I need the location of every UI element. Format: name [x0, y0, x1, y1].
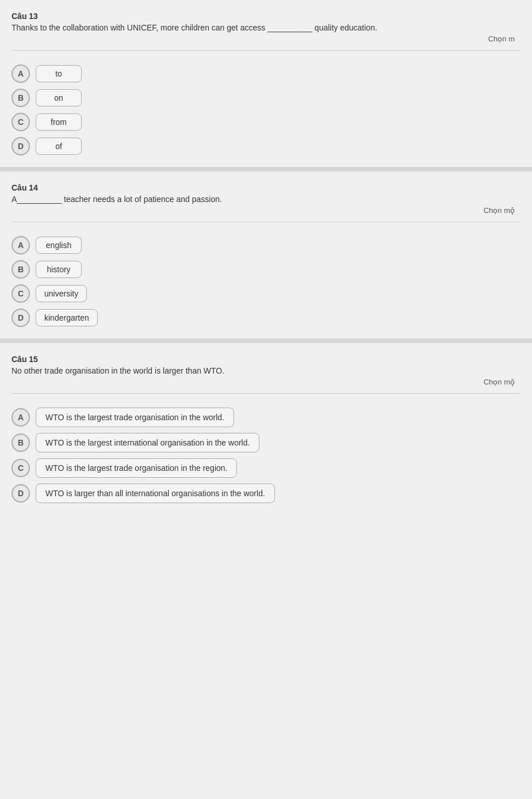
option-14-b-row: B history: [12, 260, 520, 279]
option-14-c-box[interactable]: university: [36, 285, 87, 302]
option-15-a-circle[interactable]: A: [12, 408, 30, 427]
option-14-c-row: C university: [12, 284, 520, 303]
question-13-chon: Chọn m: [12, 35, 520, 43]
option-14-b-circle[interactable]: B: [12, 260, 30, 279]
option-13-d-row: D of: [12, 137, 520, 155]
option-15-b-circle[interactable]: B: [12, 433, 30, 452]
question-15-block: Câu 15 No other trade organisation in th…: [0, 343, 532, 400]
option-15-c-row: C WTO is the largest trade organisation …: [12, 458, 520, 478]
option-13-a-box[interactable]: to: [36, 65, 82, 82]
question-14-block: Câu 14 A__________ teacher needs a lot o…: [0, 172, 532, 228]
separator-1: [0, 167, 532, 172]
question-15-text: No other trade organisation in the world…: [12, 366, 520, 375]
option-15-d-row: D WTO is larger than all international o…: [12, 484, 520, 503]
option-15-c-box[interactable]: WTO is the largest trade organisation in…: [36, 458, 237, 478]
option-13-c-circle[interactable]: C: [12, 113, 30, 131]
separator-2: [0, 338, 532, 343]
question-14-text: A__________ teacher needs a lot of patie…: [12, 195, 520, 204]
question-14-options: A english B history C university D kinde…: [0, 228, 532, 338]
option-15-b-box[interactable]: WTO is the largest international organis…: [36, 433, 259, 452]
question-13-number: Câu 13: [12, 12, 520, 21]
option-13-c-box[interactable]: from: [36, 113, 82, 131]
option-13-d-circle[interactable]: D: [12, 137, 30, 155]
option-15-d-circle[interactable]: D: [12, 484, 30, 503]
page: Câu 13 Thanks to the collaboration with …: [0, 0, 532, 515]
option-14-b-box[interactable]: history: [36, 261, 82, 278]
question-13-options: A to B on C from D of: [0, 56, 532, 167]
option-13-b-circle[interactable]: B: [12, 89, 30, 107]
option-14-d-circle[interactable]: D: [12, 309, 30, 327]
option-13-a-row: A to: [12, 64, 520, 83]
option-15-a-row: A WTO is the largest trade organisation …: [12, 408, 520, 427]
option-14-c-circle[interactable]: C: [12, 284, 30, 303]
option-13-d-box[interactable]: of: [36, 138, 82, 155]
option-15-d-box[interactable]: WTO is larger than all international org…: [36, 484, 275, 503]
question-14-number: Câu 14: [12, 183, 520, 192]
option-14-d-row: D kindergarten: [12, 309, 520, 327]
question-15-chon: Chọn mộ: [12, 378, 520, 386]
divider-q13: [12, 50, 520, 51]
option-14-a-circle[interactable]: A: [12, 236, 30, 254]
option-13-b-box[interactable]: on: [36, 89, 82, 106]
question-13-block: Câu 13 Thanks to the collaboration with …: [0, 0, 532, 56]
option-13-c-row: C from: [12, 113, 520, 131]
option-15-c-circle[interactable]: C: [12, 459, 30, 477]
question-15-number: Câu 15: [12, 355, 520, 364]
question-14-chon: Chọn mộ: [12, 206, 520, 215]
option-13-a-circle[interactable]: A: [12, 64, 30, 83]
option-14-a-row: A english: [12, 236, 520, 254]
option-15-a-box[interactable]: WTO is the largest trade organisation in…: [36, 408, 234, 427]
option-14-d-box[interactable]: kindergarten: [36, 309, 98, 326]
option-13-b-row: B on: [12, 89, 520, 107]
divider-q15: [12, 393, 520, 394]
question-13-text: Thanks to the collaboration with UNICEF,…: [12, 23, 520, 32]
option-14-a-box[interactable]: english: [36, 237, 82, 254]
divider-q14: [12, 222, 520, 222]
question-15-options: A WTO is the largest trade organisation …: [0, 400, 532, 515]
option-15-b-row: B WTO is the largest international organ…: [12, 433, 520, 452]
